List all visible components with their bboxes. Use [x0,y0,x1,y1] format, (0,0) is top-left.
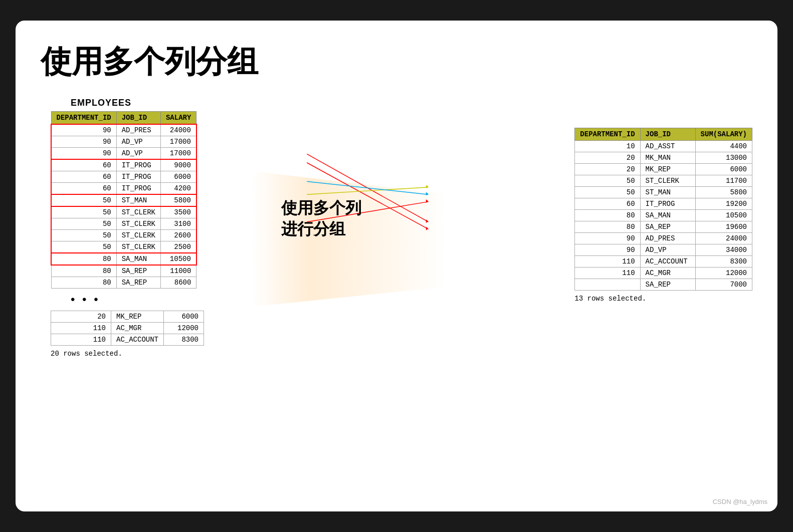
table-row: 60 IT_PROG 6000 [51,171,196,183]
employees-header-row: DEPARTMENT_ID JOB_ID SALARY [51,112,196,125]
result-rows-selected: 13 rows selected. [574,295,752,303]
table-row: 50 ST_CLERK 3100 [51,218,196,230]
table-row: 50 ST_MAN 5800 [575,187,752,198]
salary-header: SALARY [160,112,196,125]
svg-marker-7 [426,227,429,230]
right-section: DEPARTMENT_ID JOB_ID SUM(SALARY) 10 AD_A… [574,128,752,303]
svg-marker-6 [426,219,429,223]
table-row: 20 MK_REP 6000 [51,311,204,323]
annotation-line1: 使用多个列 [281,198,361,219]
table-row: 110 AC_ACCOUNT 8300 [51,334,204,346]
table-row: 90 AD_VP 34000 [575,244,752,256]
table-row: 50 ST_MAN 5800 [51,194,196,206]
table-row: 90 AD_PRES 24000 [575,233,752,244]
employees-label: EMPLOYEES [71,98,131,108]
table-row: 10 AD_ASST 4400 [575,141,752,152]
svg-marker-8 [426,185,429,188]
job-id-header: JOB_ID [116,112,160,125]
left-section: EMPLOYEES DEPARTMENT_ID JOB_ID SALARY [41,98,204,358]
table-row: 60 IT_PROG 9000 [51,159,196,171]
annotation-line2: 进行分组 [281,219,361,240]
svg-marker-10 [426,199,429,203]
table-row: 80 SA_REP 19600 [575,221,752,233]
table-row: 80 SA_REP 11000 [51,265,196,277]
employees-table: DEPARTMENT_ID JOB_ID SALARY 90 AD_PRES 2… [51,111,197,289]
table-row: 80 SA_MAN 10500 [575,210,752,221]
svg-line-4 [307,181,428,194]
employees-table-container: DEPARTMENT_ID JOB_ID SALARY 90 AD_PRES 2… [51,111,197,289]
table-row: 110 AC_MGR 12000 [575,268,752,279]
watermark: CSDN @ha_lydms [713,498,767,505]
table-row: 90 AD_PRES 24000 [51,124,196,136]
content-area: EMPLOYEES DEPARTMENT_ID JOB_ID SALARY [41,98,752,358]
table-row: 50 ST_CLERK 2500 [51,241,196,253]
table-row: 20 MK_REP 6000 [575,164,752,175]
dept-id-header: DEPARTMENT_ID [51,112,116,125]
employees-bottom-table: 20 MK_REP 6000 110 AC_MGR 12000 110 AC_A… [51,311,204,346]
table-row: 60 IT_PROG 19200 [575,198,752,210]
table-row: 50 ST_CLERK 3500 [51,206,196,218]
table-row: 90 AD_VP 17000 [51,136,196,148]
table-row: 110 AC_MGR 12000 [51,323,204,334]
result-header-row: DEPARTMENT_ID JOB_ID SUM(SALARY) [575,128,752,141]
result-sum-salary-header: SUM(SALARY) [695,128,752,141]
table-row: 80 SA_MAN 10500 [51,253,196,265]
table-row: 50 ST_CLERK 11700 [575,175,752,187]
result-job-id-header: JOB_ID [640,128,695,141]
result-table: DEPARTMENT_ID JOB_ID SUM(SALARY) 10 AD_A… [574,128,752,291]
annotation-text: 使用多个列 进行分组 [281,198,361,239]
svg-line-3 [307,187,428,194]
table-row: 50 ST_CLERK 2600 [51,230,196,241]
table-row: 20 MK_MAN 13000 [575,152,752,164]
slide: 使用多个列分组 EMPLOYEES [16,21,777,511]
dots-separator: • • • [71,293,100,307]
table-row: 80 SA_REP 8600 [51,277,196,289]
table-row: SA_REP 7000 [575,279,752,291]
page-title: 使用多个列分组 [41,41,752,83]
employees-bottom-table-container: 20 MK_REP 6000 110 AC_MGR 12000 110 AC_A… [51,311,204,346]
table-row: 110 AC_ACCOUNT 8300 [575,256,752,268]
left-tables-wrapper: EMPLOYEES DEPARTMENT_ID JOB_ID SALARY [41,98,204,358]
svg-marker-9 [426,192,429,196]
result-dept-id-header: DEPARTMENT_ID [575,128,640,141]
table-row: 60 IT_PROG 4200 [51,183,196,195]
employees-rows-selected: 20 rows selected. [51,350,122,358]
table-row: 90 AD_VP 17000 [51,148,196,160]
